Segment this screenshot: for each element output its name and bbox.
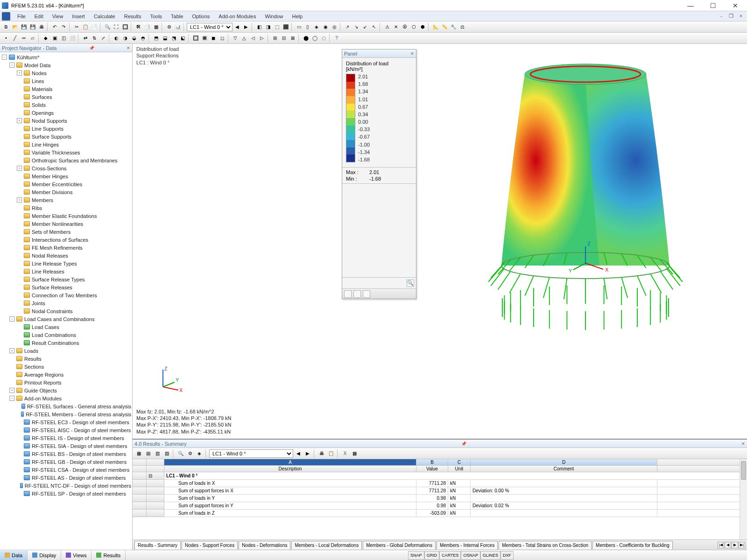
panel-tool-icon[interactable] [344, 290, 352, 298]
open-icon[interactable]: 📂 [11, 23, 19, 31]
close-button[interactable]: ✕ [726, 0, 745, 11]
tree-item[interactable]: Printout Reports [0, 378, 132, 386]
tree-item[interactable]: RF-STEEL IS - Design of steel members [0, 434, 132, 442]
toolbar-icon[interactable]: ▥ [153, 449, 162, 458]
toolbar-icon[interactable]: 🔍 [176, 449, 185, 458]
statustab-data[interactable]: Data [0, 551, 28, 560]
tree-item[interactable]: Member Divisions [0, 188, 132, 196]
menu-calculate[interactable]: Calculate [90, 13, 119, 20]
zoom-all-icon[interactable]: ⛶ [112, 23, 120, 31]
tree-item[interactable]: Sets of Members [0, 228, 132, 236]
menu-main-icon[interactable] [2, 12, 10, 21]
zoom-win-icon[interactable]: 🔲 [121, 23, 129, 31]
legend-panel[interactable]: Panel ✕ Distribution of load [kN/m²] 2.0… [342, 49, 416, 299]
cut-icon[interactable]: ✂ [72, 23, 81, 31]
status-toggle[interactable]: CARTES [439, 551, 461, 560]
toolbar-icon[interactable]: ◫ [59, 34, 68, 42]
tool-icon[interactable]: 🛠 [134, 23, 142, 31]
copy-icon[interactable]: 📋 [81, 23, 90, 31]
toolbar-icon[interactable]: ◧ [255, 23, 263, 31]
toolbar-icon[interactable]: ⬡ [409, 23, 418, 31]
loadcase-select[interactable]: LC1 - Wind 0 ° [187, 23, 233, 31]
tree-item[interactable]: Member Eccentricities [0, 180, 132, 188]
tree-item[interactable]: Line Releases [0, 267, 132, 275]
tree-item[interactable]: +Nodes [0, 69, 132, 77]
toolbar-icon[interactable]: ↘ [352, 23, 360, 31]
toolbar-icon[interactable]: ◈ [312, 23, 321, 31]
tree-item[interactable]: Orthotropic Surfaces and Membranes [0, 156, 132, 164]
tree-item[interactable]: RF-STEEL EC3 - Design of steel members [0, 418, 132, 426]
grid-scrollbar[interactable] [740, 459, 747, 539]
table-row[interactable]: Sum of support forces in Y0.98kNDeviatio… [133, 502, 747, 510]
status-toggle[interactable]: GRID [424, 551, 440, 560]
save-icon[interactable]: 💾 [20, 23, 28, 31]
toolbar-icon[interactable]: ⊠ [289, 34, 297, 42]
menu-insert[interactable]: Insert [68, 13, 89, 20]
panel-titlebar[interactable]: Panel ✕ [342, 49, 416, 58]
toolbar-icon[interactable]: ⤢ [99, 34, 107, 42]
toolbar-icon[interactable]: ⚠ [383, 23, 391, 31]
toolbar-icon[interactable]: ▭ [295, 23, 303, 31]
toolbar-icon[interactable]: ◻ [218, 34, 226, 42]
mdi-close[interactable]: × [737, 13, 745, 20]
toolbar-icon[interactable]: ▦ [350, 449, 359, 458]
results-pin-icon[interactable]: 📌 [461, 441, 466, 446]
table-row[interactable]: Sum of support forces in X7711.28kNDevia… [133, 487, 747, 495]
results-tab[interactable]: Members - Internal Forces [437, 541, 498, 549]
menu-results[interactable]: Results [120, 13, 145, 20]
tree-item[interactable]: Line Supports [0, 125, 132, 133]
toolbar-icon[interactable]: 🔲 [191, 34, 200, 42]
toolbar-icon[interactable]: ◓ [139, 34, 147, 42]
tree-item[interactable]: Variable Thicknesses [0, 148, 132, 156]
tree-item[interactable]: RF-STEEL CSA - Design of steel members [0, 466, 132, 474]
toolbar-icon[interactable]: ▽ [231, 34, 240, 42]
node-tool-icon[interactable]: • [2, 34, 10, 42]
results-tab[interactable]: Nodes - Support Forces [182, 541, 238, 549]
toolbar-icon[interactable]: ▣ [50, 34, 59, 42]
tree-item[interactable]: Solids [0, 101, 132, 109]
tree-item[interactable]: Intersections of Surfaces [0, 236, 132, 244]
tree-item[interactable]: Line Release Types [0, 259, 132, 267]
toolbar-icon[interactable]: 📋 [327, 449, 335, 458]
print-icon[interactable]: 🖶 [37, 23, 46, 31]
toolbar-icon[interactable]: ◉ [321, 23, 330, 31]
toolbar-icon[interactable]: ↙ [361, 23, 369, 31]
next-lc-icon[interactable]: ▶ [242, 23, 250, 31]
tree-item[interactable]: Average Regions [0, 371, 132, 378]
panel-tool-icon[interactable] [353, 290, 361, 298]
toolbar-icon[interactable]: ↗ [343, 23, 352, 31]
tab-next-icon[interactable]: ▶ [732, 542, 738, 548]
menu-edit[interactable]: Edit [31, 13, 47, 20]
toolbar-icon[interactable]: 📐 [431, 23, 440, 31]
toolbar-icon[interactable]: ⬓ [161, 34, 169, 42]
toolbar-icon[interactable]: ⬒ [152, 34, 160, 42]
excel-icon[interactable]: X [341, 449, 349, 458]
results-lc-select[interactable]: LC1 - Wind 0 ° [209, 449, 293, 458]
status-toggle[interactable]: SNAP [408, 551, 424, 560]
tab-last-icon[interactable]: ▶| [739, 542, 745, 548]
results-close-icon[interactable]: ✕ [741, 441, 745, 446]
redo-icon[interactable]: ↷ [59, 23, 68, 31]
toolbar-icon[interactable]: ⊞ [271, 34, 279, 42]
toolbar-icon[interactable]: ⬚ [273, 23, 281, 31]
statustab-results[interactable]: Results [92, 551, 126, 560]
tree-item[interactable]: Nodal Releases [0, 252, 132, 259]
toolbar-icon[interactable]: ◼ [209, 34, 218, 42]
navigator-close-icon[interactable]: ✕ [127, 46, 130, 50]
results-tab[interactable]: Members - Global Deformations [363, 541, 436, 549]
tree-item[interactable]: RF-STEEL NTC-DF - Design of steel member… [0, 482, 132, 490]
results-tab[interactable]: Members - Coefficients for Buckling [592, 541, 673, 549]
tree-item[interactable]: −Kühlturm* [0, 53, 132, 61]
tree-item[interactable]: +Nodal Supports [0, 117, 132, 125]
tree-item[interactable]: Load Combinations [0, 331, 132, 339]
saveall-icon[interactable]: 💾 [28, 23, 37, 31]
toolbar-icon[interactable]: ⇅ [90, 34, 99, 42]
menu-options[interactable]: Options [188, 13, 213, 20]
toolbar-icon[interactable]: ⚙ [186, 449, 194, 458]
tree-item[interactable]: +Members [0, 196, 132, 204]
calc-icon[interactable]: ⚙ [165, 23, 173, 31]
next-icon[interactable]: ▶ [303, 449, 312, 458]
toolbar-icon[interactable]: ▯ [303, 23, 312, 31]
menu-tools[interactable]: Tools [146, 13, 166, 20]
tree-item[interactable]: Openings [0, 109, 132, 117]
